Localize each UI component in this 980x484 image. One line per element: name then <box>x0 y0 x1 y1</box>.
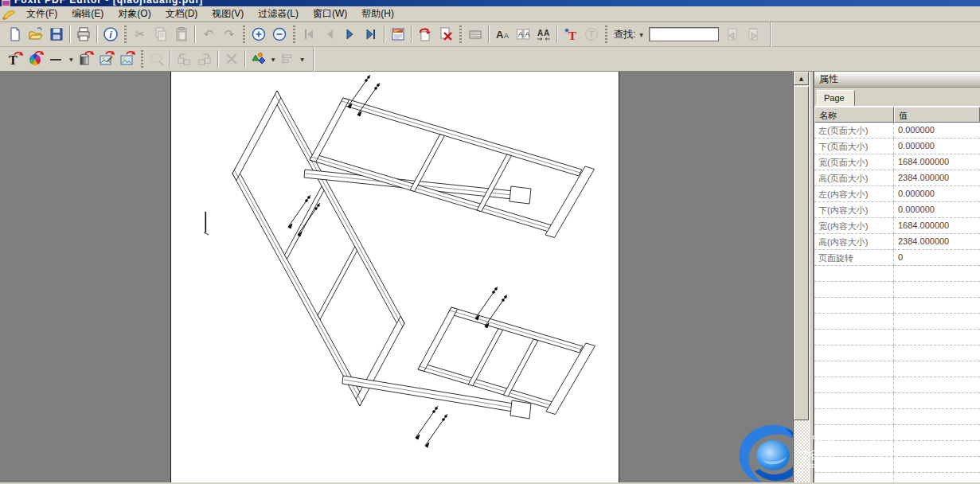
first-page-button[interactable] <box>299 24 319 45</box>
paste-button[interactable] <box>171 24 192 45</box>
document-info-button[interactable]: i <box>100 24 121 45</box>
font-width-button[interactable]: A A <box>513 24 533 45</box>
property-row[interactable] <box>814 298 980 314</box>
property-row[interactable] <box>814 441 980 457</box>
property-value-cell[interactable] <box>894 425 980 441</box>
print-button[interactable] <box>73 24 94 45</box>
property-value-cell[interactable] <box>894 361 980 377</box>
property-row[interactable] <box>814 377 980 393</box>
open-file-button[interactable] <box>25 24 46 45</box>
property-row[interactable]: 高(内容大小)2384.000000 <box>814 234 980 250</box>
find-previous-button[interactable] <box>722 24 743 45</box>
column-header-value[interactable]: 值 <box>894 107 980 123</box>
property-value-cell[interactable] <box>894 298 980 314</box>
align-dropdown[interactable]: ▼ <box>298 50 306 68</box>
document-canvas[interactable] <box>0 72 793 482</box>
property-value-cell[interactable] <box>894 393 980 409</box>
property-value-cell[interactable]: 1684.000000 <box>894 218 980 234</box>
property-value-cell[interactable] <box>894 457 980 473</box>
property-row[interactable] <box>814 314 980 330</box>
tab-page[interactable]: Page <box>817 90 855 106</box>
property-row[interactable] <box>814 473 980 482</box>
property-value-cell[interactable] <box>894 330 980 345</box>
char-spacing-button[interactable]: A A <box>533 24 554 45</box>
toolbar-grip[interactable] <box>243 25 245 43</box>
menu-filter[interactable]: 过滤器(L) <box>251 6 306 22</box>
undo-button[interactable]: ↶ <box>198 24 219 45</box>
virtual-keyboard-button[interactable] <box>465 24 486 45</box>
menu-file[interactable]: 文件(F) <box>19 6 64 22</box>
property-row[interactable]: 下(页面大小)0.000000 <box>814 139 980 154</box>
property-value-cell[interactable]: 0.000000 <box>894 123 980 139</box>
toolbar-grip[interactable] <box>124 25 127 43</box>
copy-button[interactable] <box>150 24 171 45</box>
property-row[interactable] <box>814 425 980 441</box>
add-color-button[interactable] <box>25 49 46 69</box>
property-value-cell[interactable] <box>894 314 980 330</box>
property-row[interactable]: 宽(页面大小)1684.000000 <box>814 154 980 170</box>
redo-button[interactable]: ↷ <box>219 24 240 45</box>
scroll-up-button[interactable]: ▲ <box>794 72 809 85</box>
property-value-cell[interactable]: 2384.000000 <box>894 170 980 186</box>
property-row[interactable] <box>814 457 980 473</box>
toolbar-grip[interactable] <box>141 50 143 68</box>
property-row[interactable]: 宽(内容大小)1684.000000 <box>814 218 980 234</box>
text-mode-button[interactable]: T <box>581 24 602 45</box>
font-size-button[interactable]: A A <box>492 24 513 45</box>
new-document-button[interactable] <box>5 24 25 45</box>
property-value-cell[interactable] <box>894 345 980 361</box>
find-next-button[interactable] <box>743 24 763 45</box>
menu-edit[interactable]: 编辑(E) <box>64 6 111 22</box>
property-row[interactable] <box>814 409 980 425</box>
add-shading-button[interactable] <box>76 49 96 69</box>
edit-image-button[interactable] <box>96 49 117 69</box>
property-value-cell[interactable]: 0.000000 <box>894 202 980 218</box>
rotate-page-button[interactable] <box>415 24 435 45</box>
property-row[interactable] <box>814 361 980 377</box>
align-objects-button[interactable] <box>277 49 298 69</box>
scrollbar-thumb[interactable] <box>794 86 809 420</box>
vertical-scrollbar[interactable]: ▲ <box>793 72 809 482</box>
property-value-cell[interactable] <box>894 282 980 298</box>
zoom-out-button[interactable] <box>269 24 290 45</box>
property-row[interactable] <box>814 345 980 361</box>
add-text-button[interactable]: T <box>5 49 25 69</box>
save-button[interactable] <box>46 24 67 45</box>
menu-window[interactable]: 窗口(W) <box>306 6 354 22</box>
column-header-name[interactable]: 名称 <box>814 107 894 123</box>
zoom-in-button[interactable] <box>248 24 269 45</box>
bring-forward-button[interactable] <box>194 49 215 69</box>
add-image-button[interactable] <box>117 49 138 69</box>
find-options-dropdown[interactable]: ▼ <box>637 25 646 43</box>
insert-text-object-button[interactable]: T <box>560 24 581 45</box>
delete-object-button[interactable] <box>221 49 242 69</box>
cut-button[interactable]: ✂ <box>130 24 150 45</box>
property-value-cell[interactable]: 1684.000000 <box>894 154 980 170</box>
property-value-cell[interactable]: 2384.000000 <box>894 234 980 250</box>
select-object-button[interactable] <box>146 49 167 69</box>
document-page[interactable] <box>170 72 619 482</box>
menu-help[interactable]: 帮助(H) <box>354 6 401 22</box>
shape-dropdown[interactable]: ▼ <box>269 50 278 68</box>
toolbar-grip[interactable] <box>293 25 295 43</box>
toolbar-grip[interactable] <box>605 25 607 43</box>
property-row[interactable]: 左(内容大小)0.000000 <box>814 186 980 202</box>
property-row[interactable]: 页面旋转0 <box>814 250 980 266</box>
property-row[interactable]: 下(内容大小)0.000000 <box>814 202 980 218</box>
menu-view[interactable]: 视图(V) <box>205 6 251 22</box>
property-value-cell[interactable]: 0.000000 <box>894 139 980 154</box>
property-row[interactable] <box>814 282 980 298</box>
next-page-button[interactable] <box>340 24 361 45</box>
property-row[interactable]: 左(页面大小)0.000000 <box>814 123 980 139</box>
property-value-cell[interactable]: 0.000000 <box>894 186 980 202</box>
property-value-cell[interactable] <box>894 409 980 425</box>
page-layout-button[interactable] <box>388 24 408 45</box>
property-row[interactable] <box>814 266 980 282</box>
line-style-dropdown[interactable]: ▼ <box>67 50 76 68</box>
toolbar-grip[interactable] <box>459 25 462 43</box>
menu-object[interactable]: 对象(O) <box>111 6 158 22</box>
delete-page-button[interactable] <box>435 24 456 45</box>
property-row[interactable] <box>814 330 980 345</box>
property-value-cell[interactable] <box>894 266 980 282</box>
property-value-cell[interactable]: 0 <box>894 250 980 266</box>
